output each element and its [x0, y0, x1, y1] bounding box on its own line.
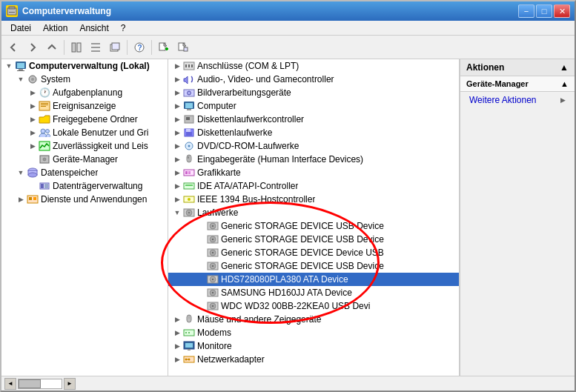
up-button[interactable]: [43, 39, 61, 56]
expander-reliability[interactable]: ▶: [27, 140, 39, 152]
device-item-samsung[interactable]: ▶ SAMSUNG HD160JJ ATA Device: [168, 286, 459, 299]
device-item-ieee1394[interactable]: ▶ IEEE 1394 Bus-Hostcontroller: [168, 193, 459, 206]
nav-item-services[interactable]: ▶ Dienste und Anwendungen: [1, 193, 168, 206]
geraete-collapse-icon[interactable]: ▲: [560, 79, 569, 88]
device-item-wdc[interactable]: ▶ WDC WD32 00BB-22KEA0 USB Devi: [168, 299, 459, 313]
nav-item-users[interactable]: ▶ Lokale Benutzer und Gri: [1, 126, 168, 139]
nav-item-disk-mgmt[interactable]: ▶ Datenträgerverwaltung: [1, 179, 168, 193]
device-item-mice[interactable]: ▶ Mäuse und andere Zeigegeräte: [168, 313, 459, 326]
menu-help[interactable]: ?: [115, 21, 132, 35]
expander-audio[interactable]: ▶: [171, 73, 183, 85]
device-item-network[interactable]: ▶ Netzwerkadapter: [168, 353, 459, 366]
nav-item-storage[interactable]: ▼ Datenspeicher: [1, 166, 168, 179]
expander-users[interactable]: ▶: [27, 127, 39, 139]
minimize-button[interactable]: −: [518, 4, 534, 18]
expander-monitors[interactable]: ▶: [171, 340, 183, 352]
scroll-right-button[interactable]: ►: [64, 378, 76, 390]
expander-ide[interactable]: ▶: [171, 180, 183, 192]
device-item-imaging[interactable]: ▶ Bildverarbeitungsgeräte: [168, 86, 459, 99]
status-bar: ◄ ►: [1, 376, 575, 391]
device-item-hid[interactable]: ▶ Eingabegeräte (Human Interface Devices…: [168, 153, 459, 166]
hdd-generic-2-icon: [207, 233, 219, 245]
new-window-button[interactable]: [106, 39, 124, 56]
device-item-hds[interactable]: ▶ HDS728080PLA380 ATA Device: [168, 273, 459, 286]
scroll-track[interactable]: [18, 379, 62, 389]
expander-modems[interactable]: ▶: [171, 327, 183, 339]
actions-collapse-icon[interactable]: ▲: [560, 62, 569, 73]
expander-hid[interactable]: ▶: [171, 153, 183, 165]
nav-item-tasks[interactable]: ▶ 🕐 Aufgabenplanung: [1, 86, 168, 99]
nav-item-events[interactable]: ▶ Ereignisanzeige: [1, 99, 168, 113]
device-fdc-label: Diskettenlaufwerkcontroller: [197, 114, 304, 124]
scroll-left-button[interactable]: ◄: [4, 378, 16, 390]
events-icon: [39, 100, 50, 112]
device-item-monitors[interactable]: ▶ Monitore: [168, 339, 459, 353]
forward-button[interactable]: [24, 39, 42, 56]
nav-events-label: Ereignisanzeige: [53, 101, 116, 111]
expander-network[interactable]: ▶: [171, 353, 183, 365]
expander-gpu[interactable]: ▶: [171, 167, 183, 179]
nav-item-shared[interactable]: ▶ Freigegebene Ordner: [1, 113, 168, 126]
expander-tasks[interactable]: ▶: [27, 87, 39, 99]
menu-datei[interactable]: Datei: [4, 21, 37, 35]
expander-imaging[interactable]: ▶: [171, 87, 183, 99]
device-item-generic-usb-3[interactable]: ▶ Generic STORAGE DEVICE Device USB: [168, 246, 459, 259]
device-item-gpu[interactable]: ▶ Grafikkarte: [168, 166, 459, 179]
nav-item-root[interactable]: ▼ Computerverwaltung (Lokal): [1, 59, 168, 73]
back-button[interactable]: [4, 39, 22, 56]
import-button[interactable]: [174, 39, 192, 56]
expander-system[interactable]: ▼: [15, 73, 27, 85]
close-button[interactable]: ✕: [554, 4, 570, 18]
device-manager-icon: [39, 153, 50, 165]
actions-weitere-aktionen[interactable]: Weitere Aktionen ▶: [460, 92, 575, 108]
expander-root[interactable]: ▼: [3, 60, 15, 72]
device-generic-usb-1-label: Generic STORAGE DEVICE USB Device: [221, 221, 384, 231]
device-item-audio[interactable]: ▶ Audio-, Video- und Gamecontroller: [168, 73, 459, 86]
expander-services[interactable]: ▶: [15, 193, 27, 205]
svg-rect-3: [72, 43, 76, 52]
device-item-fdc[interactable]: ▶ Diskettenlaufwerkcontroller: [168, 113, 459, 126]
nav-item-system[interactable]: ▼ System: [1, 73, 168, 86]
menu-aktion[interactable]: Aktion: [37, 21, 73, 35]
device-ide-label: IDE ATA/ATAPI-Controller: [197, 181, 298, 191]
nav-item-device-manager[interactable]: ▶ Geräte-Manager: [1, 153, 168, 166]
device-item-floppy[interactable]: ▶ Diskettenlaufwerke: [168, 126, 459, 139]
svg-rect-59: [185, 171, 188, 174]
hdd-generic-1-icon: [207, 220, 219, 232]
expander-anschlusse[interactable]: ▶: [171, 60, 183, 72]
help-button[interactable]: ?: [130, 39, 148, 56]
maximize-button[interactable]: □: [536, 4, 552, 18]
expander-dvd[interactable]: ▶: [171, 140, 183, 152]
expander-floppy[interactable]: ▶: [171, 127, 183, 139]
show-hide-button[interactable]: [67, 39, 85, 56]
expander-mice[interactable]: ▶: [171, 313, 183, 325]
hid-icon: [183, 153, 195, 165]
svg-point-67: [188, 212, 190, 213]
device-item-generic-usb-2[interactable]: ▶ Generic STORAGE DEVICE USB Device: [168, 233, 459, 246]
device-item-generic-usb-1[interactable]: ▶ Generic STORAGE DEVICE USB Device: [168, 219, 459, 233]
menu-ansicht[interactable]: Ansicht: [73, 21, 114, 35]
nav-item-reliability[interactable]: ▶ Zuverlässigkeit und Leis: [1, 139, 168, 153]
services-icon: [27, 193, 39, 205]
device-item-anschlusse[interactable]: ▶ Anschlüsse (COM & LPT): [168, 59, 459, 73]
window-controls: − □ ✕: [518, 4, 570, 18]
expander-drives[interactable]: ▼: [171, 207, 183, 219]
device-item-dvd[interactable]: ▶ DVD/CD-ROM-Laufwerke: [168, 139, 459, 153]
svg-point-44: [188, 91, 191, 95]
export-button[interactable]: [155, 39, 173, 56]
ieee1394-icon: [183, 193, 195, 205]
expander-storage[interactable]: ▼: [15, 167, 27, 179]
device-monitors-label: Monitore: [197, 341, 232, 351]
expander-computer[interactable]: ▶: [171, 100, 183, 112]
expander-shared[interactable]: ▶: [27, 113, 39, 125]
view-button[interactable]: [87, 39, 105, 56]
expander-ieee1394[interactable]: ▶: [171, 193, 183, 205]
device-item-ide[interactable]: ▶ IDE ATA/ATAPI-Controller: [168, 179, 459, 193]
device-item-computer[interactable]: ▶ Computer: [168, 99, 459, 113]
expander-events[interactable]: ▶: [27, 100, 39, 112]
device-item-generic-usb-4[interactable]: ▶ Generic STORAGE DEVICE USB Device: [168, 259, 459, 273]
device-item-drives[interactable]: ▼ Laufwerke: [168, 206, 459, 219]
device-item-modems[interactable]: ▶ Modems: [168, 326, 459, 339]
device-dvd-label: DVD/CD-ROM-Laufwerke: [197, 141, 299, 151]
expander-fdc[interactable]: ▶: [171, 113, 183, 125]
